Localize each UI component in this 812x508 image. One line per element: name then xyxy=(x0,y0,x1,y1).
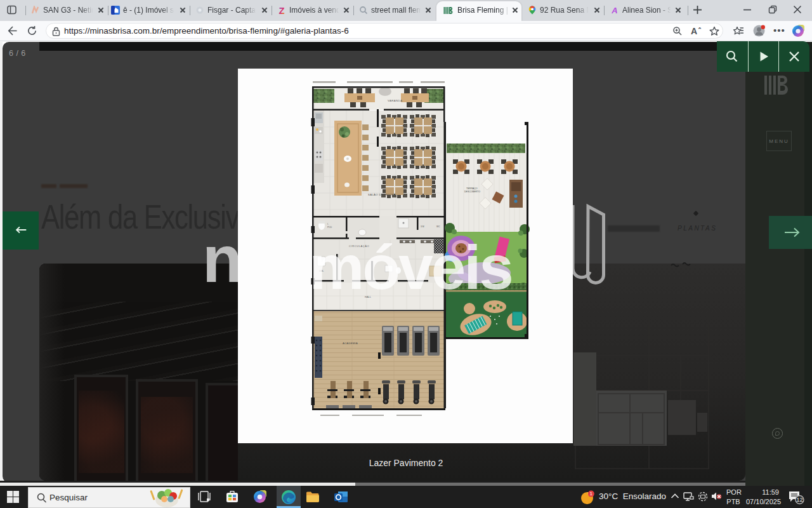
svg-text:Z: Z xyxy=(278,6,284,15)
svg-text:móveis: móveis xyxy=(309,232,512,302)
svg-text:A: A xyxy=(611,6,617,15)
svg-text:1: 1 xyxy=(590,491,593,497)
svg-text:SALÃO DE FESTAS: SALÃO DE FESTAS xyxy=(368,193,396,196)
svg-text:PCD: PCD xyxy=(327,226,332,229)
svg-text:TERRAÇO: TERRAÇO xyxy=(466,187,478,190)
svg-text:n: n xyxy=(204,246,238,283)
svg-text:VARANDA: VARANDA xyxy=(388,99,402,102)
svg-text:ACADEMIA: ACADEMIA xyxy=(343,342,358,345)
svg-text:WC: WC xyxy=(436,225,440,228)
svg-text:I.: I. xyxy=(327,223,329,225)
svg-text:3 M: 3 M xyxy=(421,225,424,228)
svg-text:12: 12 xyxy=(796,496,803,503)
svg-text:DESCOBERTO: DESCOBERTO xyxy=(464,190,480,193)
